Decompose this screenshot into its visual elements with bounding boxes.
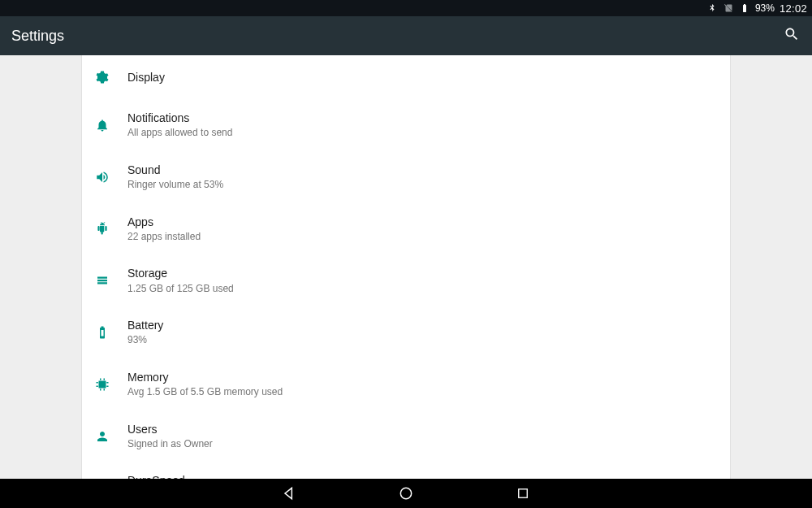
settings-item-sub: Ringer volume at 53% [127, 179, 223, 192]
settings-item-title: Storage [127, 266, 234, 280]
no-sim-icon [723, 2, 734, 14]
home-icon [398, 485, 414, 501]
back-button[interactable] [279, 484, 299, 503]
settings-item-notifications[interactable]: Notifications All apps allowed to send [82, 99, 730, 151]
settings-item-duraspeed[interactable]: DuraSpeed OFF [82, 462, 730, 479]
settings-item-sound[interactable]: Sound Ringer volume at 53% [82, 151, 730, 203]
clock: 12:02 [780, 2, 807, 15]
settings-item-storage[interactable]: Storage 1.25 GB of 125 GB used [82, 254, 730, 306]
settings-item-title: Apps [127, 215, 201, 229]
svg-rect-1 [519, 489, 528, 498]
android-icon [95, 221, 127, 236]
page-title: Settings [11, 28, 64, 45]
memory-icon [95, 377, 127, 392]
person-icon [95, 429, 127, 444]
settings-item-memory[interactable]: Memory Avg 1.5 GB of 5.5 GB memory used [82, 358, 730, 410]
settings-item-title: Memory [127, 370, 283, 384]
app-bar: Settings [0, 16, 812, 55]
settings-item-sub: All apps allowed to send [127, 127, 232, 140]
settings-item-users[interactable]: Users Signed in as Owner [82, 410, 730, 462]
navigation-bar [0, 479, 812, 508]
settings-item-sub: 93% [127, 334, 163, 347]
settings-list: Display Notifications All apps allowed t… [81, 55, 731, 479]
search-icon [784, 26, 800, 46]
settings-item-display[interactable]: Display [82, 55, 730, 99]
battery-icon [739, 2, 750, 14]
recents-icon [516, 486, 530, 501]
volume-icon [95, 170, 127, 185]
recents-button[interactable] [513, 484, 533, 503]
settings-item-title: Notifications [127, 111, 232, 125]
settings-item-sub: Signed in as Owner [127, 438, 213, 451]
settings-item-sub: Avg 1.5 GB of 5.5 GB memory used [127, 386, 283, 399]
battery-icon [95, 325, 127, 340]
bluetooth-icon [706, 2, 718, 14]
settings-item-sub: 22 apps installed [127, 231, 201, 244]
settings-item-title: Battery [127, 318, 163, 332]
home-button[interactable] [396, 484, 416, 503]
svg-point-0 [400, 488, 411, 498]
settings-item-battery[interactable]: Battery 93% [82, 306, 730, 358]
battery-percent: 93% [755, 2, 775, 14]
settings-item-title: Sound [127, 163, 223, 177]
bell-icon [95, 118, 127, 132]
settings-item-sub: 1.25 GB of 125 GB used [127, 283, 234, 296]
display-icon [95, 70, 127, 85]
settings-item-title: Display [127, 70, 165, 85]
back-icon [281, 485, 297, 501]
content-area: Display Notifications All apps allowed t… [0, 55, 812, 479]
search-button[interactable] [783, 27, 801, 45]
status-bar: 93% 12:02 [0, 0, 812, 16]
settings-item-title: Users [127, 422, 213, 436]
storage-icon [95, 273, 127, 288]
settings-item-apps[interactable]: Apps 22 apps installed [82, 203, 730, 255]
